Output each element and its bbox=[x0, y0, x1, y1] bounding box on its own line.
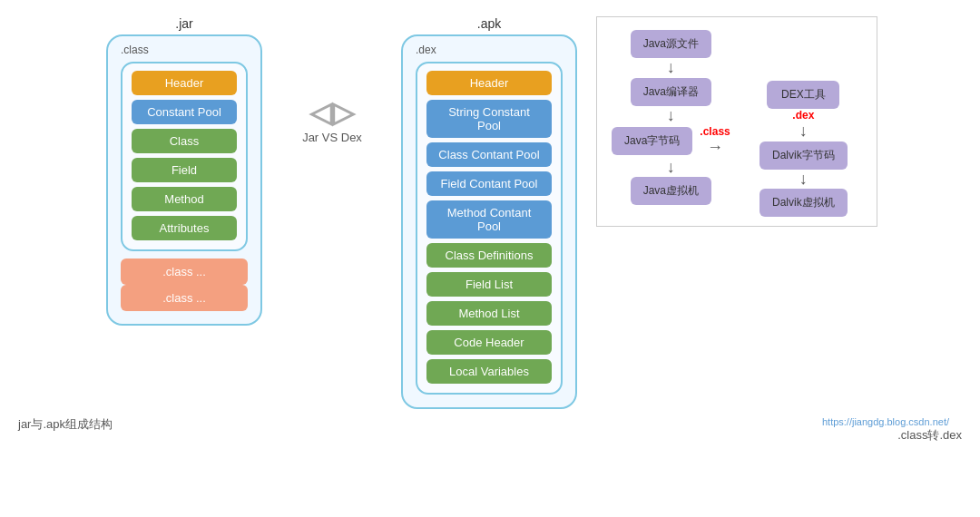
class-dex-bottom-label: .class转.dex bbox=[897, 427, 962, 444]
flow-node-dex-tool: DEX工具 bbox=[767, 81, 839, 109]
flow-right-column: DEX工具 .dex ↓ Dalvik字节码 ↓ Dalvik虚拟机 bbox=[745, 30, 862, 217]
apk-item-class-contant-pool: Class Contant Pool bbox=[426, 142, 552, 167]
flow-arrow-right-2: ↓ bbox=[799, 170, 808, 190]
apk-item-field-contant-pool: Field Contant Pool bbox=[426, 171, 552, 196]
right-bottom-group: https://jiangdg.blog.csdn.net/ .class转.d… bbox=[113, 416, 962, 444]
flow-node-java-compiler: Java编译器 bbox=[631, 78, 711, 106]
jar-item-constant-pool: Constant Pool bbox=[132, 100, 237, 124]
flow-left-column: Java源文件 ↓ Java编译器 ↓ Java字节码 .class → ↓ bbox=[612, 30, 730, 217]
flow-arrow-2: ↓ bbox=[667, 106, 675, 126]
arrow-section: ◁▷ Jar VS Dex bbox=[282, 16, 382, 144]
flow-node-java-bytecode: Java字节码 bbox=[612, 127, 692, 155]
apk-items-container: HeaderString Constant PoolClass Contant … bbox=[426, 71, 552, 384]
jar-item-header: Header bbox=[132, 71, 237, 95]
jar-title: .jar bbox=[175, 16, 192, 31]
flow-inner: Java源文件 ↓ Java编译器 ↓ Java字节码 .class → ↓ bbox=[612, 30, 862, 217]
jar-inner-box: HeaderConstant PoolClassFieldMethodAttri… bbox=[121, 62, 248, 251]
apk-inner-box: HeaderString Constant PoolClass Contant … bbox=[416, 62, 563, 395]
dex-arrow-row: .dex bbox=[792, 109, 814, 122]
apk-item-header: Header bbox=[426, 71, 552, 95]
flow-node-java-vm: Java虚拟机 bbox=[631, 177, 711, 205]
arrow-label: Jar VS Dex bbox=[302, 131, 362, 144]
jar-items-container: HeaderConstant PoolClassFieldMethodAttri… bbox=[132, 71, 237, 240]
flow-node-java-source: Java源文件 bbox=[631, 30, 711, 58]
apk-item-code-header: Code Header bbox=[426, 330, 552, 355]
flow-row-bytecode: Java字节码 .class → bbox=[612, 125, 730, 158]
jar-item-attributes: Attributes bbox=[132, 216, 237, 240]
jar-apk-bottom-label: jar与.apk组成结构 bbox=[18, 416, 113, 433]
jar-class-row-0: .class ... bbox=[121, 258, 248, 285]
url-label: https://jiangdg.blog.csdn.net/ bbox=[822, 416, 962, 427]
flow-node-dalvik-bytecode: Dalvik字节码 bbox=[760, 141, 848, 170]
jar-item-method: Method bbox=[132, 187, 237, 211]
flow-arrow-horizontal: → bbox=[707, 138, 723, 158]
apk-item-class-definitions: Class Definitions bbox=[426, 243, 552, 268]
jar-salmon-rows: .class ....class ... bbox=[121, 258, 248, 311]
apk-item-local-variables: Local Variables bbox=[426, 359, 552, 384]
double-arrow-icon: ◁▷ bbox=[309, 98, 355, 127]
jar-class-row-1: .class ... bbox=[121, 285, 248, 311]
jar-class-label: .class bbox=[121, 44, 248, 56]
jar-class-rows: .class ....class ... bbox=[121, 258, 248, 311]
apk-section: .apk .dex HeaderString Constant PoolClas… bbox=[398, 16, 580, 409]
apk-item-method-contant-pool: Method Contant Pool bbox=[426, 200, 552, 239]
jar-item-field: Field bbox=[132, 158, 237, 182]
apk-title: .apk bbox=[477, 16, 501, 31]
flow-node-dalvik-vm: Dalvik虚拟机 bbox=[760, 189, 848, 217]
apk-item-string-constant-pool: String Constant Pool bbox=[426, 100, 552, 138]
jar-section: .jar .class HeaderConstant PoolClassFiel… bbox=[103, 16, 266, 326]
bottom-labels: jar与.apk组成结构 https://jiangdg.blog.csdn.n… bbox=[0, 409, 980, 444]
apk-item-method-list: Method List bbox=[426, 301, 552, 326]
apk-item-field-list: Field List bbox=[426, 272, 552, 297]
flow-arrow-1: ↓ bbox=[667, 58, 675, 78]
flow-arrow-3: ↓ bbox=[667, 158, 675, 178]
main-container: .jar .class HeaderConstant PoolClassFiel… bbox=[0, 0, 980, 409]
flow-arrow-right-1: ↓ bbox=[799, 122, 808, 141]
apk-outer-box: .dex HeaderString Constant PoolClass Con… bbox=[401, 34, 577, 409]
dex-label: .dex bbox=[792, 109, 814, 122]
class-label: .class bbox=[700, 125, 730, 138]
jar-item-class: Class bbox=[132, 129, 237, 153]
apk-dex-label: .dex bbox=[416, 44, 563, 56]
jar-outer-box: .class HeaderConstant PoolClassFieldMeth… bbox=[106, 34, 262, 326]
flow-section: Java源文件 ↓ Java编译器 ↓ Java字节码 .class → ↓ bbox=[596, 16, 877, 227]
